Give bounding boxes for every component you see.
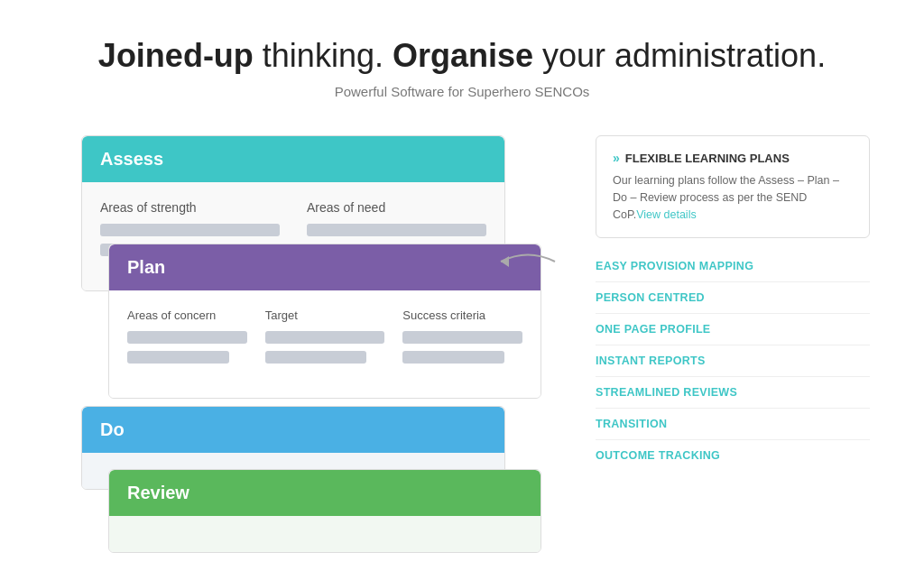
plan-col-success: Success criteria	[402, 308, 522, 371]
plan-col-target: Target	[265, 308, 385, 371]
hero-subtitle: Powerful Software for Superhero SENCOs	[54, 84, 870, 99]
placeholder-bar	[307, 224, 486, 236]
review-body	[109, 516, 541, 552]
plan-success-label: Success criteria	[402, 308, 522, 322]
feature-panel: » FLEXIBLE LEARNING PLANS Our learning p…	[596, 135, 870, 471]
do-header: Do	[82, 407, 504, 453]
feature-link-list: EASY PROVISION MAPPINGPERSON CENTREDONE …	[596, 251, 870, 471]
review-header: Review	[109, 470, 541, 516]
plan-col-concern: Areas of concern	[127, 308, 247, 371]
feature-link-item[interactable]: ONE PAGE PROFILE	[596, 314, 870, 345]
main-content: Assess Areas of strength Areas of need	[54, 135, 870, 532]
arrow-graphic	[496, 244, 559, 283]
plan-header: Plan	[109, 244, 541, 290]
assess-need-label: Areas of need	[307, 200, 486, 215]
plan-concern-label: Areas of concern	[127, 308, 247, 322]
svg-marker-0	[501, 256, 509, 267]
assess-header: Assess	[82, 136, 504, 182]
featured-item-title: » FLEXIBLE LEARNING PLANS	[613, 151, 853, 165]
hero-title: Joined-up thinking. Organise your admini…	[54, 36, 870, 75]
featured-title-text: FLEXIBLE LEARNING PLANS	[625, 152, 790, 165]
chevron-icon: »	[613, 151, 620, 165]
illustration-area: Assess Areas of strength Areas of need	[54, 135, 559, 532]
featured-item-box: » FLEXIBLE LEARNING PLANS Our learning p…	[596, 135, 870, 238]
placeholder-bar	[127, 351, 229, 364]
feature-link-item[interactable]: EASY PROVISION MAPPING	[596, 251, 870, 282]
feature-link-item[interactable]: TRANSITION	[596, 409, 870, 440]
feature-link-item[interactable]: PERSON CENTRED	[596, 282, 870, 314]
plan-body: Areas of concern Target Success criteria	[109, 290, 541, 398]
review-card: Review	[108, 469, 541, 553]
featured-item-desc: Our learning plans follow the Assess – P…	[613, 172, 853, 223]
placeholder-bar	[402, 331, 522, 344]
feature-link-item[interactable]: INSTANT REPORTS	[596, 345, 870, 377]
placeholder-bar	[127, 331, 247, 344]
placeholder-bar	[265, 331, 385, 344]
placeholder-bar	[265, 351, 367, 364]
placeholder-bar	[402, 351, 504, 364]
plan-target-label: Target	[265, 308, 385, 322]
view-details-link[interactable]: View details	[636, 208, 696, 221]
assess-strength-label: Areas of strength	[100, 200, 280, 215]
plan-card: Plan Areas of concern Target	[108, 244, 541, 399]
feature-link-item[interactable]: OUTCOME TRACKING	[596, 440, 870, 471]
placeholder-bar	[100, 224, 280, 236]
feature-link-item[interactable]: STREAMLINED REVIEWS	[596, 377, 870, 409]
